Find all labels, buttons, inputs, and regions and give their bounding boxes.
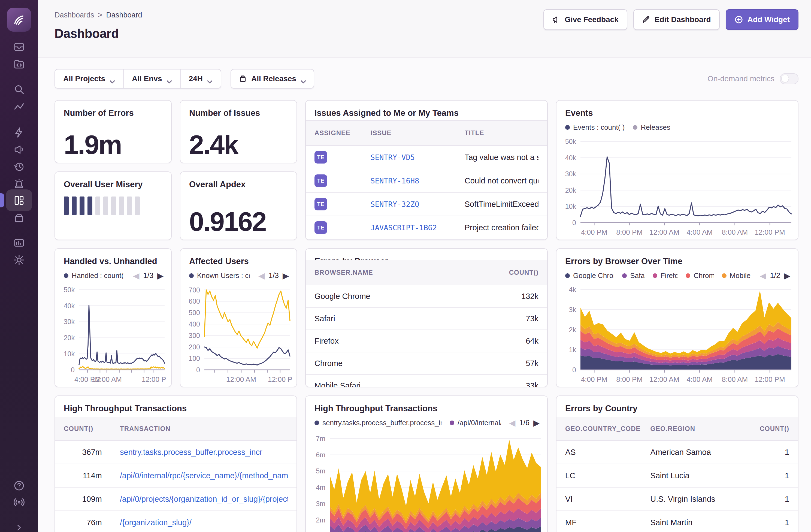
sidebar-item-dashboards[interactable] (10, 191, 28, 209)
svg-text:20k: 20k (565, 186, 576, 194)
sidebar-item-settings[interactable] (10, 251, 28, 269)
pager-prev-button[interactable]: ◀ (760, 271, 766, 280)
sidebar-collapse-button[interactable] (10, 519, 28, 532)
country-table-row[interactable]: ASAmerican Samoa1 (556, 441, 798, 464)
widget-high-throughput-chart[interactable]: High Throughput Transactions sentry.task… (305, 395, 548, 532)
issue-link[interactable]: SENTRY-16H8 (371, 177, 419, 185)
issue-link[interactable]: JAVASCRIPT-1BG2 (371, 224, 437, 232)
browser-table-row[interactable]: Chrome57k (306, 352, 547, 375)
browser-table-row[interactable]: Safari73k (306, 308, 547, 330)
give-feedback-button[interactable]: Give Feedback (544, 9, 627, 30)
sidebar-item-search[interactable] (10, 80, 28, 98)
pager-next-button[interactable]: ▶ (157, 271, 164, 280)
country-table-row[interactable]: VIU.S. Virgin Islands1 (556, 488, 798, 511)
project-filter[interactable]: All Projects (55, 70, 123, 88)
svg-text:1k: 1k (569, 346, 576, 353)
widget-errors-by-browser[interactable]: Errors by Browser BROWSER.NAME COUNT() G… (305, 248, 548, 387)
legend-item[interactable]: Known Users : cour (189, 271, 250, 280)
legend-dot (622, 273, 627, 278)
widget-high-throughput-table[interactable]: High Throughput Transactions COUNT() TRA… (55, 395, 297, 532)
throughput-table-row[interactable]: 109m/api/0/projects/{organization_id_or_… (55, 488, 296, 511)
browser-table-row[interactable]: Mobile Safari33k (306, 375, 547, 387)
widget-errors-by-country[interactable]: Errors by Country GEO.COUNTRY_CODE GEO.R… (556, 395, 798, 532)
on-demand-metrics-toggle[interactable] (780, 73, 798, 84)
svg-text:40k: 40k (64, 302, 75, 309)
transaction-link[interactable]: sentry.tasks.process_buffer.process_incr (120, 448, 262, 456)
svg-text:0: 0 (196, 366, 200, 374)
issue-link[interactable]: SENTRY-32ZQ (371, 200, 419, 209)
country-table-row[interactable]: LCSaint Lucia1 (556, 464, 798, 488)
legend-item[interactable]: Events : count( ) (565, 123, 625, 132)
widget-issues-assigned[interactable]: Issues Assigned to Me or My Teams ASSIGN… (305, 100, 548, 240)
sidebar-item-performance[interactable] (10, 123, 28, 141)
legend-item[interactable]: Chrome (686, 271, 714, 280)
throughput-table-row[interactable]: 114m/api/0/internal/rpc/{service_name}/{… (55, 464, 296, 488)
legend-dot (315, 421, 319, 425)
sidebar-item-stats[interactable] (10, 234, 28, 252)
browser-table-row[interactable]: Google Chrome132k (306, 285, 547, 308)
page-title: Dashboard (55, 26, 119, 41)
transaction-link[interactable]: /api/0/internal/rpc/{service_name}/{meth… (120, 471, 288, 480)
throughput-table-row[interactable]: 367msentry.tasks.process_buffer.process_… (55, 441, 296, 464)
legend-item[interactable]: Firefox (653, 271, 677, 280)
issues-table-row[interactable]: TE SENTRY-VD5 Tag value was not a string (306, 146, 547, 169)
pager-prev-button[interactable]: ◀ (133, 271, 139, 280)
sidebar-item-releases[interactable] (10, 209, 28, 227)
legend-dot (189, 273, 194, 278)
date-range-filter[interactable]: 24H (180, 70, 221, 88)
legend-item[interactable]: /api/0/internal/r (450, 419, 501, 427)
breadcrumb-dashboards-link[interactable]: Dashboards (55, 11, 94, 19)
sidebar-item-traces[interactable] (10, 98, 28, 116)
release-filter[interactable]: All Releases (231, 69, 314, 89)
widget-handled-vs-unhandled[interactable]: Handled vs. Unhandled Handled : count( )… (55, 248, 172, 387)
sidebar-item-projects[interactable] (10, 55, 28, 73)
widget-apdex[interactable]: Overall Apdex 0.9162 (180, 171, 297, 240)
sidebar-item-whats-new[interactable] (10, 493, 28, 511)
issues-table-row[interactable]: TE JAVASCRIPT-1BG2 Project creation fail… (306, 216, 547, 240)
pager-next-button[interactable]: ▶ (533, 418, 539, 428)
megaphone-icon (552, 16, 560, 24)
sentry-logo[interactable] (7, 7, 31, 32)
plus-circle-icon (734, 15, 743, 24)
transaction-link[interactable]: /{organization_slug}/ (120, 518, 192, 527)
edit-dashboard-button[interactable]: Edit Dashboard (633, 9, 720, 30)
sidebar-item-feedback[interactable] (10, 141, 28, 158)
issues-table-row[interactable]: TE SENTRY-32ZQ SoftTimeLimitExceeded (306, 193, 547, 216)
transaction-link[interactable]: /api/0/projects/{organization_id_or_slug… (120, 495, 288, 503)
throughput-table-row[interactable]: 76m/{organization_slug}/ (55, 511, 296, 532)
widget-number-of-issues[interactable]: Number of Issues 2.4k (180, 100, 297, 163)
widget-user-misery[interactable]: Overall User Misery (55, 171, 172, 240)
add-widget-button[interactable]: Add Widget (726, 9, 798, 30)
sidebar-item-help[interactable] (10, 477, 28, 495)
sidebar-item-replays[interactable] (10, 157, 28, 176)
issues-table-row[interactable]: TE SENTRY-16H8 Could not convert query (306, 169, 547, 193)
svg-text:30k: 30k (565, 170, 576, 178)
legend-item[interactable]: Safari (622, 271, 644, 280)
legend-item[interactable]: Releases (633, 123, 670, 132)
svg-text:10k: 10k (64, 350, 75, 358)
legend-item[interactable]: Handled : count( ) (64, 271, 125, 280)
browser-table-row[interactable]: Firefox64k (306, 330, 547, 352)
widget-errors-by-browser-over-time[interactable]: Errors by Browser Over Time Google Chrom… (556, 248, 798, 387)
pager-prev-button[interactable]: ◀ (509, 418, 515, 428)
chevron-down-icon (207, 77, 213, 81)
widget-number-of-errors[interactable]: Number of Errors 1.9m (55, 100, 172, 163)
pager-prev-button[interactable]: ◀ (258, 271, 265, 280)
issue-link[interactable]: SENTRY-VD5 (371, 153, 415, 162)
environment-filter[interactable]: All Envs (123, 70, 180, 88)
legend-item[interactable]: Google Chrome (565, 271, 614, 280)
widget-events[interactable]: Events Events : count( ) Releases 010k20… (556, 100, 798, 240)
pager-next-button[interactable]: ▶ (282, 271, 289, 280)
legend-item[interactable]: sentry.tasks.process_buffer.process_incr (315, 419, 442, 427)
pager-next-button[interactable]: ▶ (784, 271, 790, 280)
number-of-issues-value: 2.4k (180, 131, 296, 159)
svg-text:12:00 AM: 12:00 AM (649, 375, 679, 383)
widget-affected-users[interactable]: Affected Users Known Users : cour ◀1/3▶ … (180, 248, 297, 387)
legend-dot (686, 273, 690, 278)
release-box-icon (239, 75, 247, 83)
sidebar-item-alerts[interactable] (10, 174, 28, 193)
sidebar-item-issues[interactable] (10, 38, 28, 56)
country-table-row[interactable]: MFSaint Martin1 (556, 511, 798, 532)
legend-item[interactable]: Mobile S (722, 271, 752, 280)
broadcast-icon (13, 496, 25, 508)
